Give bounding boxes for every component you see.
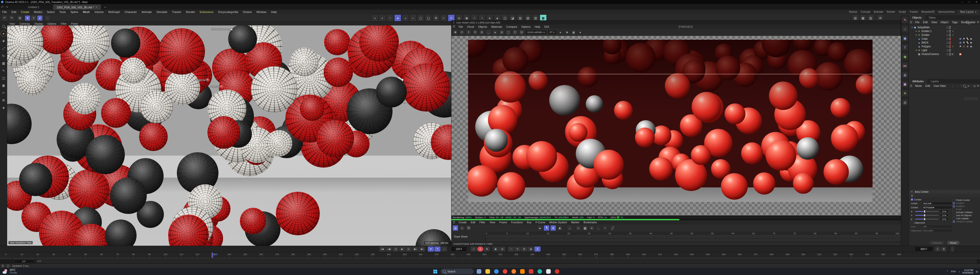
visibility-editor-icon[interactable] bbox=[947, 38, 948, 40]
go-to-start-button[interactable]: |◀ bbox=[379, 247, 385, 251]
ds-menu-view[interactable]: View bbox=[487, 221, 497, 224]
enable-dot-bottom[interactable] bbox=[950, 27, 951, 29]
enable-dot-top[interactable] bbox=[950, 49, 951, 50]
create-spline-rect-icon[interactable]: □ bbox=[902, 26, 908, 32]
ds-pen-icon[interactable]: ╱ bbox=[610, 225, 616, 231]
viewport-menu-filter[interactable]: Filter bbox=[59, 22, 68, 25]
option-scale[interactable]: Scale bbox=[953, 208, 980, 210]
timeline-key-icon-1[interactable]: ◇ bbox=[935, 247, 940, 251]
lv-pause-render-icon[interactable]: ‖ bbox=[466, 30, 471, 35]
enable-dot-top[interactable] bbox=[950, 45, 951, 46]
lv-menu-cloud[interactable]: Cloud bbox=[465, 25, 476, 28]
lv-material-picker-icon[interactable]: ● bbox=[492, 30, 498, 35]
visibility-editor-icon[interactable] bbox=[947, 53, 948, 55]
menu-spline[interactable]: Spline bbox=[68, 10, 81, 14]
checkbox-icon[interactable]: ✓ bbox=[953, 205, 955, 207]
expand-panel-icon[interactable]: ⧉ bbox=[977, 21, 979, 24]
workplane-icon[interactable]: ⊞ bbox=[17, 15, 23, 21]
menu-mograph[interactable]: MoGraph bbox=[106, 10, 122, 14]
lv-lock-icon[interactable]: ◡ bbox=[486, 30, 491, 35]
current-frame-field[interactable]: 129 F bbox=[451, 247, 467, 251]
visibility-editor-icon[interactable] bbox=[947, 49, 948, 51]
ds-objects-filter-icon[interactable]: ● bbox=[537, 225, 543, 231]
coordinate-system-icon[interactable]: ◌ bbox=[45, 15, 51, 21]
checkbox-icon[interactable]: ✓ bbox=[911, 198, 913, 201]
visibility-editor-icon[interactable] bbox=[947, 42, 948, 44]
toolbar-center-icon-4[interactable]: ◕ bbox=[394, 14, 401, 21]
attributes-menu-edit[interactable]: Edit bbox=[924, 84, 932, 87]
lv-menu-file[interactable]: File bbox=[457, 25, 465, 28]
home-icon[interactable]: ⌂ bbox=[970, 21, 972, 24]
search-tool-icon[interactable] bbox=[0, 23, 6, 29]
hamburger-icon[interactable]: ☰ bbox=[911, 194, 913, 197]
grid-tag-icon[interactable]: ⊞ bbox=[959, 38, 962, 41]
minimize-button[interactable]: — bbox=[959, 0, 966, 4]
menu-extensions[interactable]: Extensions bbox=[197, 10, 216, 14]
attributes-menu-mode[interactable]: Mode bbox=[913, 84, 924, 87]
lv-render-settings-icon[interactable]: ⚙ bbox=[479, 30, 485, 35]
last-tool[interactable]: ▦ bbox=[0, 60, 6, 66]
tree-expand-icon[interactable]: ⊞ bbox=[915, 34, 918, 36]
timeline-playhead[interactable] bbox=[212, 253, 213, 258]
viewport-menu-view[interactable]: View bbox=[7, 22, 18, 25]
knife-tool[interactable]: ✂ bbox=[0, 90, 6, 96]
ds-move-key-icon[interactable]: ↔ bbox=[567, 225, 573, 231]
visibility-editor-icon[interactable] bbox=[947, 34, 948, 36]
menu-file[interactable]: File bbox=[0, 10, 9, 14]
ds-menu-key[interactable]: Key bbox=[525, 221, 533, 224]
mini-key-toggles[interactable] bbox=[951, 247, 954, 251]
menu-create[interactable]: Create bbox=[19, 10, 32, 14]
tab-takes[interactable]: Takes bbox=[925, 16, 939, 20]
dope-sheet-area[interactable]: Dope Sheet 05101520253035404550556065707… bbox=[452, 232, 901, 242]
checker-tag-icon[interactable]: ▚ bbox=[966, 38, 969, 41]
enable-dot-bottom[interactable] bbox=[950, 39, 951, 40]
ds-magnet-icon[interactable]: △ bbox=[595, 225, 601, 231]
checkbox-icon[interactable] bbox=[953, 211, 955, 213]
dope-sheet-grid[interactable] bbox=[486, 235, 901, 242]
enable-dot-bottom[interactable] bbox=[950, 47, 951, 48]
option-viewport-update[interactable]: ✓Viewport Update bbox=[953, 220, 980, 223]
move-tool[interactable]: ✚ bbox=[0, 38, 6, 44]
viewport-menu-display[interactable]: Display bbox=[32, 22, 45, 25]
camera-object-label[interactable]: OctaneCamera ▣ bbox=[211, 27, 233, 30]
objects-menu-tags[interactable]: Tags bbox=[950, 21, 959, 24]
create-subdivision-icon[interactable]: ◉ bbox=[902, 54, 908, 60]
option-include-children[interactable]: Include Children bbox=[953, 211, 980, 213]
layout-tab-sculpt[interactable]: Sculpt bbox=[899, 10, 906, 13]
rotate-tool[interactable]: ↻ bbox=[0, 53, 6, 59]
ds-menu-f-curve[interactable]: F-Curve bbox=[534, 221, 547, 224]
taskbar-app-edge-browser[interactable] bbox=[493, 268, 500, 275]
taskbar-search[interactable]: Search bbox=[441, 269, 474, 274]
slider-value[interactable]: 0 % bbox=[940, 210, 948, 213]
ds-motion-mode-icon[interactable]: Ⓜ bbox=[466, 225, 472, 231]
search-icon[interactable] bbox=[963, 85, 966, 87]
slider-track[interactable] bbox=[915, 215, 939, 216]
ds-menu-marker[interactable]: Marker bbox=[569, 221, 582, 224]
checkbox-icon[interactable]: ✓ bbox=[953, 202, 955, 204]
reset-button[interactable]: Reset bbox=[947, 241, 959, 245]
object-name[interactable]: Cube bbox=[921, 38, 928, 40]
toolbar-center-icon-9[interactable]: ⚙ bbox=[433, 14, 439, 21]
tab-objects[interactable]: Objects bbox=[909, 16, 925, 20]
filter-icon[interactable]: ≋ bbox=[967, 85, 969, 87]
range-start-field[interactable]: 0 F bbox=[14, 259, 34, 263]
perspective-viewport[interactable]: ViewCamerasDisplayOptionsFilterPanel Per… bbox=[7, 22, 451, 246]
object-row-polygon[interactable]: ▲Polygon✓⚑●⊘◉ bbox=[909, 44, 980, 48]
taskbar-app-app-red[interactable] bbox=[528, 268, 535, 275]
autokey-button[interactable]: A bbox=[477, 247, 484, 251]
play-mode-button[interactable]: ᴬ̲ bbox=[434, 247, 441, 251]
slider-track[interactable] bbox=[915, 219, 939, 220]
close-button[interactable]: ✕ bbox=[973, 0, 980, 4]
record-scale-button[interactable]: ⬚ bbox=[508, 247, 514, 251]
create-cube-primitive-icon[interactable]: ▣ bbox=[902, 35, 908, 41]
focus-target-icon[interactable]: ⊡ bbox=[951, 53, 953, 55]
flag-tag-icon[interactable]: ⚑ bbox=[959, 45, 962, 48]
taskbar-app-app-teal[interactable] bbox=[536, 268, 543, 275]
taskbar-app-task-view[interactable] bbox=[476, 268, 482, 275]
grid-tool[interactable]: ⊞ bbox=[0, 97, 6, 103]
object-name[interactable]: SetupBalls bbox=[918, 26, 930, 29]
visibility-editor-icon[interactable] bbox=[947, 46, 948, 47]
ds-animated-filter-icon[interactable]: A bbox=[550, 225, 556, 231]
tray-chevron-icon[interactable]: ⌃ bbox=[946, 270, 948, 273]
slider-value[interactable]: 0 % bbox=[940, 217, 948, 221]
